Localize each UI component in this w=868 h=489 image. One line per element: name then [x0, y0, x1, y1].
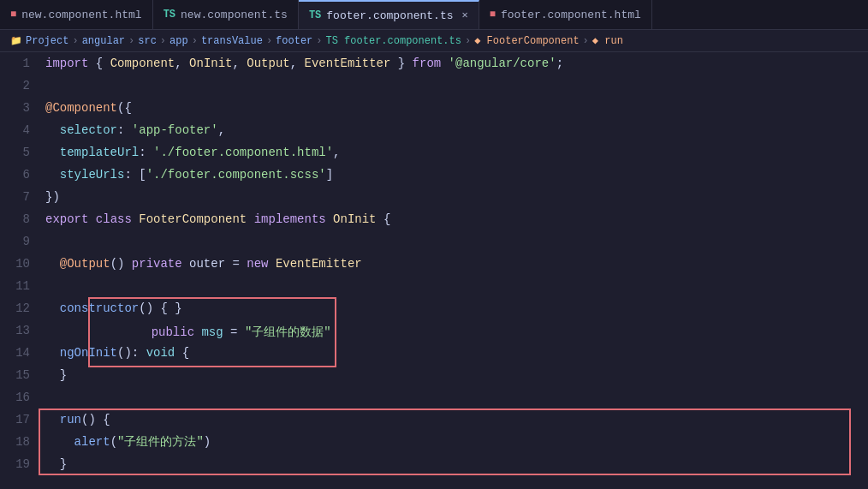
breadcrumb-run: ◆ run	[592, 34, 623, 47]
breadcrumb-src: src	[138, 35, 157, 47]
code-line-7: })	[45, 186, 868, 208]
line-numbers: 1 2 3 4 5 6 7 8 9 10 11 12 13 14 15 16 1…	[0, 52, 39, 489]
tab-new-component-ts[interactable]: TS new.component.ts	[153, 0, 299, 29]
tab-bar: ■ new.component.html TS new.component.ts…	[0, 0, 868, 30]
ts-icon: TS	[309, 9, 321, 21]
tab-label: footer.component.html	[501, 9, 641, 21]
code-line-18: alert("子组件的方法")	[45, 431, 868, 453]
code-line-10: @Output() private outer = new EventEmitt…	[45, 253, 868, 275]
code-line-12: constructor() { }	[45, 297, 868, 319]
project-icon: 📁	[10, 35, 22, 46]
code-line-3: @Component({	[45, 97, 868, 119]
tab-footer-component-html[interactable]: ■ footer.component.html	[479, 0, 652, 29]
breadcrumb-project: Project	[26, 35, 68, 47]
code-line-15: }	[45, 364, 868, 386]
breadcrumb: 📁 Project › angular › src › app › transV…	[0, 30, 868, 52]
html-icon: ■	[10, 9, 16, 21]
code-line-2	[45, 75, 868, 97]
code-line-19: }	[45, 453, 868, 475]
tab-new-component-html[interactable]: ■ new.component.html	[0, 0, 153, 29]
code-line-1: import { Component, OnInit, Output, Even…	[45, 52, 868, 75]
code-line-9	[45, 230, 868, 253]
breadcrumb-angular: angular	[82, 35, 125, 47]
tab-footer-component-ts[interactable]: TS footer.component.ts ✕	[299, 0, 479, 29]
red-box-section: run() { alert("子组件的方法") }	[45, 408, 868, 475]
code-area: import { Component, OnInit, Output, Even…	[39, 52, 868, 489]
breadcrumb-component: ◆ FooterComponent	[474, 34, 579, 47]
html-icon: ■	[490, 9, 496, 21]
code-line-14: ngOnInit(): void {	[45, 342, 868, 364]
code-line-6: styleUrls: ['./footer.component.scss']	[45, 164, 868, 186]
breadcrumb-ts: TS footer.component.ts	[326, 35, 461, 47]
code-line-8: export class FooterComponent implements …	[45, 208, 868, 230]
editor: 1 2 3 4 5 6 7 8 9 10 11 12 13 14 15 16 1…	[0, 52, 868, 489]
ts-icon: TS	[163, 9, 175, 21]
code-line-16	[45, 386, 868, 408]
code-line-11: public msg = "子组件的数据"	[45, 275, 868, 297]
breadcrumb-transvalue: transValue	[201, 35, 263, 47]
code-line-5: templateUrl: './footer.component.html',	[45, 141, 868, 164]
code-line-17: run() {	[45, 408, 868, 431]
code-line-13	[45, 319, 868, 342]
breadcrumb-footer: footer	[276, 35, 312, 47]
breadcrumb-app: app	[169, 35, 188, 47]
tab-label: new.component.html	[21, 9, 141, 21]
close-icon[interactable]: ✕	[462, 10, 468, 21]
tab-label: new.component.ts	[181, 9, 288, 21]
tab-label: footer.component.ts	[326, 9, 453, 22]
code-line-4: selector: 'app-footer',	[45, 119, 868, 141]
